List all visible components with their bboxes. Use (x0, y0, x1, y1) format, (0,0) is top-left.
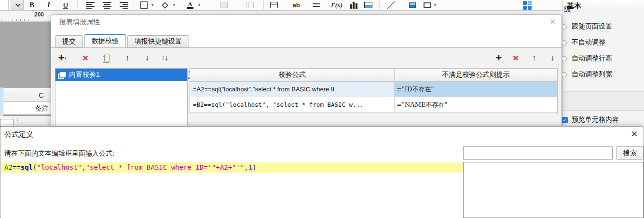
font-color-button[interactable]: A (184, 0, 196, 10)
rectangle-dropdown[interactable]: ▾ (433, 0, 438, 10)
search-button[interactable]: 搜索 (617, 146, 644, 160)
radio-icon[interactable] (562, 24, 567, 29)
toolbar-separator (134, 1, 134, 9)
insert-table-button[interactable] (244, 0, 256, 10)
option-preview-cell-content[interactable]: ✓ 预览单元格内容 (563, 115, 644, 125)
font-size-input[interactable] (0, 0, 9, 10)
formula-cell[interactable]: =B2==sql("localhost", "select * from BAS… (190, 97, 395, 112)
cell-attributes-panel: 基本 跟随页面设置 不自动调整 自动调整行高 自动调整列宽 级 ✓ 预览单元格内… (562, 0, 644, 127)
copy-icon (103, 55, 109, 62)
align-left-button[interactable] (84, 0, 96, 10)
toolbar-separator (379, 1, 380, 9)
dialog-tabs: 提交 数据校验 填报快捷键设置 (55, 34, 191, 47)
copy-validation-button[interactable] (99, 52, 112, 64)
move-up-button[interactable]: ↑ (121, 52, 134, 64)
option-auto-adjust-col-width[interactable]: 自动调整列宽 (563, 69, 644, 80)
image-icon (364, 2, 372, 8)
insert-card-button[interactable] (268, 0, 280, 10)
option-follow-page-settings[interactable]: 跟随页面设置 (563, 21, 644, 32)
formula-editor-line[interactable]: A2==sql("localhost","select * from BASIC… (1, 162, 463, 173)
radio-icon[interactable] (562, 72, 567, 77)
diagonal-line-icon (387, 1, 396, 9)
align-center-icon (103, 2, 111, 9)
insert-lines-button[interactable] (311, 0, 322, 10)
formula-cell[interactable]: =A2==sql("localhost","select * from BASI… (190, 82, 395, 97)
message-cell[interactable]: ="ID不存在" (395, 82, 557, 97)
borders-dropdown[interactable]: ▾ (150, 0, 155, 10)
dialog-title: 公式定义 (4, 130, 33, 139)
borders-button[interactable] (138, 0, 150, 10)
delete-validation-button[interactable]: ✕ (79, 52, 92, 64)
rule-move-down-button[interactable]: ↓ (546, 52, 559, 64)
function-list[interactable] (463, 162, 644, 218)
message-cell[interactable]: ="NAME不存在" (395, 97, 557, 112)
insert-image-button[interactable] (362, 0, 374, 10)
validation-list: 内置校验1 (55, 68, 188, 127)
cell-attributes-button[interactable] (521, 0, 534, 10)
close-icon[interactable]: ✕ (549, 17, 556, 26)
tab-submit[interactable]: 提交 (55, 35, 83, 47)
list-item-label: 内置校验1 (69, 71, 100, 79)
insert-formula-button[interactable]: F(x) (329, 0, 344, 10)
formula-token: "select (86, 163, 118, 171)
italic-button[interactable]: I (44, 0, 53, 10)
borders-icon (140, 1, 148, 9)
app-window: B I U ▾ ▾ A ▾ ab F(x) ▾ 200 (0, 0, 644, 218)
fill-color-dropdown[interactable]: ▾ (172, 0, 177, 10)
cell-remark[interactable]: 备注 (3, 102, 51, 116)
ruler-major-tick (47, 15, 47, 21)
align-right-button[interactable] (118, 0, 130, 10)
plus-icon: + (58, 53, 65, 63)
column-header-c[interactable]: C (3, 87, 51, 102)
cell-arrow-icon: ↓ (16, 116, 19, 123)
formula-editor-area[interactable] (1, 173, 463, 218)
bold-button[interactable]: B (27, 0, 37, 10)
rule-move-up-button[interactable]: ↑ (528, 52, 540, 64)
merge-cells-button[interactable] (218, 0, 230, 10)
insert-text-button[interactable]: ab (290, 0, 302, 10)
insert-picture-button[interactable] (407, 0, 418, 10)
fill-color-button[interactable] (159, 0, 171, 10)
merge-cells-icon (220, 2, 228, 8)
delete-rule-button[interactable]: ✕ (509, 52, 522, 64)
toolbar-separator (263, 1, 264, 9)
tab-writein-shortcut-settings[interactable]: 填报快捷键设置 (127, 35, 189, 47)
plus-icon: + (496, 53, 502, 63)
arrow-down-icon: ↓ (550, 54, 554, 62)
function-search-input[interactable] (463, 146, 613, 160)
option-no-auto-adjust[interactable]: 不自动调整 (563, 37, 644, 48)
ruler-ticks (1, 19, 31, 21)
radio-icon[interactable] (562, 40, 567, 45)
add-rule-button[interactable]: + (493, 52, 505, 64)
insert-line-button[interactable] (385, 0, 397, 10)
table-row[interactable]: =A2==sql("localhost","select * from BASI… (190, 82, 557, 97)
dialog-title: 报表填报属性 (59, 18, 100, 27)
table-row[interactable]: =B2==sql("localhost", "select * from BAS… (190, 97, 557, 113)
sort-button[interactable]: ↓ (159, 52, 172, 64)
formula-token: 1 (248, 163, 252, 171)
formula-token: sql (21, 163, 33, 171)
move-down-button[interactable]: ↓ (141, 52, 153, 64)
font-color-dropdown[interactable]: ▾ (197, 0, 202, 10)
underline-button[interactable]: U (60, 0, 71, 10)
align-center-button[interactable] (101, 0, 113, 10)
option-label: 不自动调整 (572, 38, 605, 47)
toolbar-separator (444, 1, 444, 9)
selected-column-edge (0, 87, 3, 116)
align-left-icon (86, 2, 95, 9)
validation-table: 校验公式 不满足校验公式则提示 =A2==sql("localhost","se… (190, 68, 558, 114)
formula-token: , (82, 163, 85, 171)
picture-icon (409, 2, 416, 8)
font-size-dropdown-button[interactable] (11, 0, 24, 10)
insert-chart-button[interactable] (348, 0, 359, 10)
delete-icon: ✕ (512, 54, 519, 63)
close-icon[interactable]: ✕ (631, 129, 638, 139)
chevron-down-icon: ▾ (64, 56, 66, 60)
checkbox-checked-icon[interactable]: ✓ (562, 117, 568, 123)
insert-rectangle-button[interactable] (422, 0, 433, 10)
option-auto-adjust-row-height[interactable]: 自动调整行高 (563, 53, 644, 64)
tab-data-validation[interactable]: 数据校验 (84, 34, 126, 47)
list-item-builtin-validation[interactable]: 内置校验1 (55, 69, 187, 81)
add-validation-button[interactable]: +▾ (56, 52, 69, 64)
radio-icon[interactable] (562, 56, 567, 61)
